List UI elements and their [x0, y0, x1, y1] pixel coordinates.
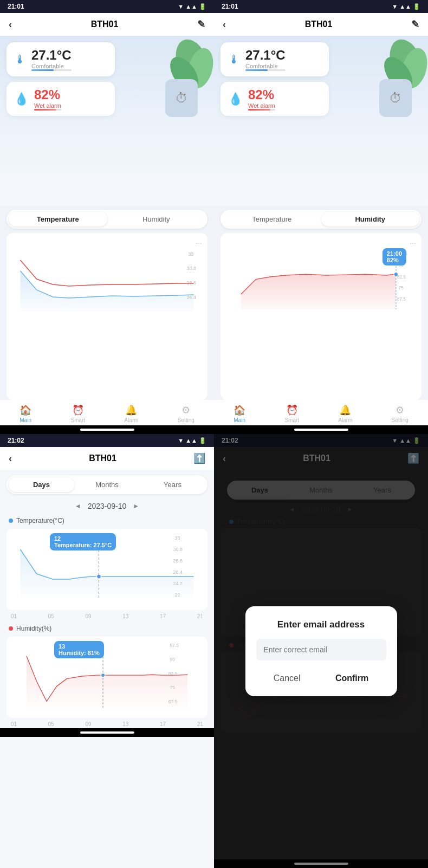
- screen3: 21:02 ▼ ▲▲ 🔋 ‹ BTH01 ⬆️ Days Months Year…: [0, 434, 214, 868]
- back-button-3[interactable]: ‹: [9, 453, 12, 464]
- nav-main-1[interactable]: 🏠 Main: [20, 404, 31, 423]
- temp-value: 27.1°C: [31, 48, 72, 63]
- temperature-card: 🌡 27.1°C Comfortable: [7, 42, 115, 76]
- status-icons-1: ▼ ▲▲ 🔋: [178, 3, 206, 10]
- device-thumbnail-2: ⏱: [379, 79, 412, 117]
- svg-text:33: 33: [175, 535, 180, 541]
- tab-humidity-1[interactable]: Humidity: [107, 212, 206, 226]
- modal-overlay: Enter email address Cancel Confirm: [214, 434, 428, 868]
- home-bar-2: [294, 429, 348, 431]
- humidity-tooltip: 21:00 82%: [382, 248, 406, 265]
- nav-smart-label-2: Smart: [284, 417, 299, 423]
- svg-text:28.6: 28.6: [187, 280, 197, 286]
- hum-history-chart: 97.5 90 82.5 75 67.5: [11, 641, 203, 711]
- chart-menu-1[interactable]: ···: [12, 238, 202, 247]
- temperature-chart-1: 33 30.8 28.6 26.4: [12, 249, 202, 314]
- tooltip-time: 21:00: [387, 250, 402, 257]
- svg-text:33: 33: [189, 251, 194, 257]
- status-icons-3: ▼ ▲▲ 🔋: [178, 437, 206, 444]
- hum-legend-label-3: Humidity(%): [16, 625, 51, 632]
- temp-progress-fill-2: [245, 69, 268, 71]
- x-axis-hum: 01 05 09 13 17 21: [7, 720, 207, 728]
- nav-alarm-2[interactable]: 🔔 Alarm: [338, 404, 352, 423]
- wifi-icon-2: ▼: [392, 3, 398, 10]
- hum-tooltip-label-3: Humidity:: [59, 650, 86, 656]
- humidity-icon: 💧: [14, 92, 29, 106]
- nav-setting-2[interactable]: ⚙ Setting: [392, 404, 408, 423]
- chart-menu-2[interactable]: ···: [226, 238, 416, 247]
- device-thumbnail: ⏱: [165, 79, 198, 117]
- hum-chart-container-3: 13 Humidity: 81% 97.5 90 82.5 75 67.5: [7, 637, 207, 718]
- nav-smart-label-1: Smart: [70, 417, 85, 423]
- back-button-2[interactable]: ‹: [223, 19, 226, 30]
- email-input[interactable]: [256, 639, 386, 660]
- svg-text:97.5: 97.5: [170, 643, 179, 648]
- date-display-3: 2023-09-10: [88, 502, 127, 510]
- hum-tooltip-hour-3: 13: [59, 643, 65, 650]
- screen2: 21:01 ▼ ▲▲ 🔋 ‹ BTH01 ✎ 🌡 27.1°C Comforta…: [214, 0, 428, 434]
- nav-setting-1[interactable]: ⚙ Setting: [178, 404, 194, 423]
- date-next-3[interactable]: ►: [133, 502, 139, 510]
- hum-tooltip-3: 13 Humidity: 81%: [54, 641, 104, 658]
- tooltip-value: 82%: [387, 257, 402, 263]
- temp-progress-fill: [31, 69, 54, 71]
- bottom-nav-1: 🏠 Main ⏰ Smart 🔔 Alarm ⚙ Setting: [0, 400, 214, 425]
- temp-legend-3: Temperature(°C): [9, 517, 205, 524]
- temp-icon: 🌡: [14, 53, 26, 67]
- temperature-card-2: 🌡 27.1°C Comfortable: [221, 42, 329, 76]
- temp-label-2: Comfortable: [245, 63, 286, 69]
- svg-text:28.6: 28.6: [173, 558, 183, 563]
- time-2: 21:01: [222, 3, 238, 10]
- temp-tooltip-hour-3: 12: [54, 535, 61, 542]
- screen4: 21:02 ▼ ▲▲ 🔋 ‹ BTH01 ⬆️ Days Months Year…: [214, 434, 428, 868]
- nav-main-2[interactable]: 🏠 Main: [234, 404, 245, 423]
- humidity-progress-bar-2: [248, 109, 275, 111]
- period-months-3[interactable]: Months: [74, 477, 140, 492]
- humidity-label: Wet alarm: [34, 102, 61, 109]
- hum-legend-dot-3: [9, 626, 13, 631]
- nav-alarm-1[interactable]: 🔔 Alarm: [124, 404, 138, 423]
- tab-temperature-1[interactable]: Temperature: [9, 212, 107, 226]
- nav-alarm-label-1: Alarm: [124, 417, 138, 423]
- nav-setting-label-2: Setting: [392, 417, 408, 423]
- confirm-button[interactable]: Confirm: [320, 669, 384, 688]
- svg-text:26.4: 26.4: [187, 295, 197, 300]
- home-indicator-2: [214, 425, 428, 434]
- email-modal: Enter email address Cancel Confirm: [245, 606, 397, 696]
- edit-button-2[interactable]: ✎: [411, 18, 419, 30]
- temp-legend-label-3: Temperature(°C): [16, 517, 64, 524]
- modal-buttons: Cancel Confirm: [256, 669, 386, 688]
- dashboard-2: 🌡 27.1°C Comfortable 💧 82% Wet alarm ⏱: [214, 36, 428, 205]
- tab-temperature-2[interactable]: Temperature: [223, 212, 321, 226]
- temp-info-2: 27.1°C Comfortable: [245, 48, 286, 71]
- chart-area-2: ··· 21:00 82% 97.5 90 82.5: [221, 233, 421, 400]
- nav-smart-2[interactable]: ⏰ Smart: [284, 404, 299, 423]
- modal-title: Enter email address: [256, 619, 386, 630]
- humidity-icon-2: 💧: [228, 92, 243, 106]
- nav-smart-1[interactable]: ⏰ Smart: [70, 404, 85, 423]
- nav-main-label-1: Main: [20, 417, 31, 423]
- edit-button-1[interactable]: ✎: [197, 18, 205, 30]
- svg-text:82.5: 82.5: [168, 671, 178, 676]
- temp-tooltip-value-3: 27.5°C: [94, 542, 112, 548]
- dashboard-1: 🌡 27.1°C Comfortable 💧 82% Wet alarm ⏱: [0, 36, 214, 205]
- bottom-nav-2: 🏠 Main ⏰ Smart 🔔 Alarm ⚙ Setting: [214, 400, 428, 425]
- temp-progress-bar: [31, 69, 72, 71]
- period-years-3[interactable]: Years: [140, 477, 205, 492]
- back-button-1[interactable]: ‹: [9, 19, 12, 30]
- period-days-3[interactable]: Days: [9, 477, 74, 492]
- temp-tooltip-3: 12 Temperature: 27.5°C: [50, 533, 116, 550]
- cancel-button[interactable]: Cancel: [258, 669, 316, 688]
- nav-main-label-2: Main: [234, 417, 245, 423]
- tab-toggle-1: Temperature Humidity: [7, 210, 207, 229]
- alarm-icon-1: 🔔: [125, 404, 137, 416]
- temp-chart-container-3: 12 Temperature: 27.5°C 33 30.8 28.6 26.4…: [7, 529, 207, 610]
- date-prev-3[interactable]: ◄: [75, 502, 81, 510]
- share-button-3[interactable]: ⬆️: [193, 452, 205, 464]
- page-title-3: BTH01: [89, 454, 116, 463]
- svg-text:30.8: 30.8: [187, 265, 197, 271]
- temp-legend-dot-3: [9, 519, 13, 523]
- humidity-progress-bar: [34, 109, 61, 111]
- battery-icon-3: 🔋: [199, 437, 206, 444]
- tab-humidity-2[interactable]: Humidity: [321, 212, 420, 226]
